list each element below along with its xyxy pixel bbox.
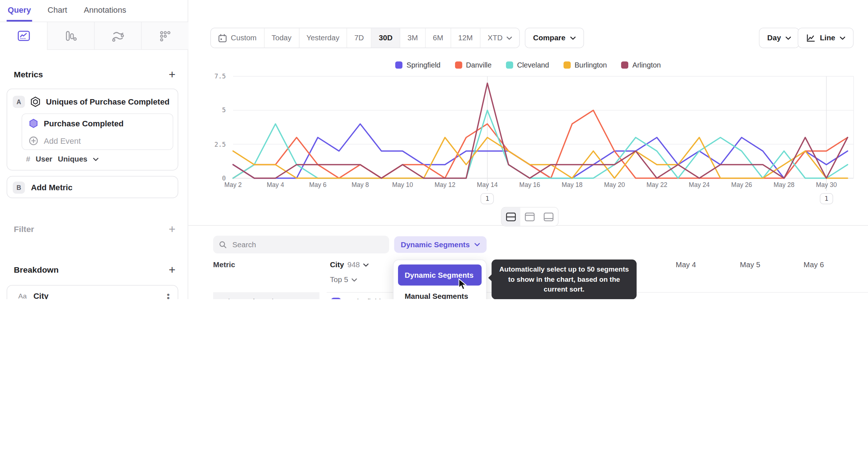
add-filter-button[interactable]: +	[169, 223, 175, 235]
legend-item-danville[interactable]: Danville	[455, 61, 492, 69]
add-metric-plus-button[interactable]: +	[169, 69, 175, 80]
date-range-7d[interactable]: 7D	[347, 28, 372, 48]
legend-item-burlington[interactable]: Burlington	[563, 61, 607, 69]
legend-swatch	[506, 61, 513, 69]
y-tick-label: 5	[205, 106, 226, 114]
kebab-menu-icon[interactable]: •••	[165, 293, 172, 299]
date-range-today[interactable]: Today	[264, 28, 299, 48]
layout-table-button[interactable]	[539, 208, 558, 226]
tab-chart[interactable]: Chart	[46, 0, 68, 21]
date-range-6m[interactable]: 6M	[426, 28, 451, 48]
layout-chart-button[interactable]	[520, 208, 539, 226]
series-arlington	[233, 83, 848, 178]
date-column-header: May 7	[859, 261, 868, 269]
x-tick-label: May 16	[519, 182, 540, 188]
add-breakdown-button[interactable]: +	[169, 264, 175, 276]
add-metric-label: Add Metric	[31, 183, 72, 192]
chart-type-dots-tab[interactable]	[141, 22, 188, 50]
legend-item-arlington[interactable]: Arlington	[621, 61, 661, 69]
legend-label: Arlington	[632, 61, 661, 69]
legend-label: Danville	[466, 61, 491, 69]
split-view-icon	[506, 212, 516, 221]
layout-split-button[interactable]	[502, 208, 520, 226]
x-tick-label: May 12	[434, 182, 455, 188]
legend-item-springfield[interactable]: Springfield	[396, 61, 441, 69]
metric-b-row: B Add Metric	[13, 182, 72, 194]
date-range-yesterday[interactable]: Yesterday	[299, 28, 347, 48]
date-range-12m[interactable]: 12M	[451, 28, 480, 48]
metric-column-header: Metric	[213, 261, 235, 269]
city-column-header[interactable]: City 948	[330, 261, 369, 269]
compare-button[interactable]: Compare	[525, 28, 584, 48]
annotation-badge[interactable]: 1	[820, 193, 833, 204]
metric-hexagon-icon	[30, 96, 41, 107]
date-range-3m[interactable]: 3M	[400, 28, 426, 48]
metric-card-b[interactable]: B Add Metric	[7, 176, 178, 198]
measure-hash: #	[26, 155, 30, 163]
x-tick-label: May 6	[309, 182, 326, 188]
flow-icon	[111, 30, 125, 42]
line-chart-icon	[17, 30, 30, 42]
chevron-down-icon	[474, 243, 480, 246]
x-tick-label: May 14	[477, 182, 498, 188]
segment-mode-button[interactable]: Dynamic Segments	[394, 236, 486, 253]
chart-style-label: Line	[820, 34, 835, 42]
chart-type-bar-tab[interactable]	[47, 22, 94, 50]
y-tick-label: 0	[205, 174, 226, 182]
add-event-row[interactable]: Add Event	[29, 136, 81, 146]
menu-item-dynamic-segments[interactable]: Dynamic Segments	[398, 265, 482, 286]
breakdown-card-city[interactable]: Aa City •••	[7, 285, 178, 299]
x-tick-label: May 26	[731, 182, 752, 188]
y-tick-label: 7.5	[205, 73, 226, 80]
annotation-badge[interactable]: 1	[481, 193, 494, 204]
metrics-header: Metrics +	[14, 69, 175, 80]
metric-a-title: Uniques of Purchase Completed	[46, 97, 170, 106]
granularity-button[interactable]: Day	[759, 28, 799, 48]
segment-checkbox-checked[interactable]	[331, 298, 341, 299]
breakdown-property-name: City	[33, 292, 49, 299]
menu-item-manual-segments[interactable]: Manual Segments	[398, 286, 482, 299]
top5-selector[interactable]: Top 5	[330, 276, 357, 284]
chevron-down-icon	[352, 278, 357, 281]
granularity-label: Day	[767, 34, 781, 42]
legend-swatch	[621, 61, 629, 69]
bottom-bar-view-icon	[544, 212, 553, 221]
mouse-cursor	[458, 278, 469, 291]
top5-label: Top 5	[330, 276, 348, 284]
search-input[interactable]	[231, 240, 384, 249]
date-range-30d[interactable]: 30D	[372, 28, 400, 48]
chart-type-line-tab[interactable]	[0, 22, 47, 50]
x-tick-label: May 22	[646, 182, 667, 188]
segment-mode-menu: Dynamic SegmentsManual Segments	[393, 260, 487, 299]
breakdown-header: Breakdown +	[14, 264, 175, 276]
cell-value: 3	[797, 298, 830, 299]
sidebar-tabs: Query Chart Annotations	[0, 0, 188, 22]
date-column-header: May 6	[794, 261, 833, 269]
tab-query[interactable]: Query	[7, 0, 32, 21]
event-name: Purchase Completed	[44, 119, 123, 128]
measure-user: User	[36, 155, 52, 163]
breakdown-city-row: Aa City	[18, 292, 48, 299]
metric-b-badge: B	[13, 182, 25, 194]
chart-style-button[interactable]: Line	[798, 28, 853, 48]
dots-grid-icon	[158, 30, 172, 42]
date-range-custom[interactable]: Custom	[211, 28, 264, 48]
measure-row[interactable]: # User Uniques	[26, 155, 98, 163]
measure-uniques: Uniques	[58, 155, 87, 163]
metric-row-label: Uniques of Purchase Com...	[213, 292, 320, 299]
x-tick-label: May 4	[267, 182, 284, 188]
segment-mode-label: Dynamic Segments	[401, 240, 470, 249]
metric-a-badge: A	[13, 96, 25, 108]
cell-value: 0	[669, 298, 702, 299]
x-tick-label: May 24	[689, 182, 710, 188]
event-row[interactable]: Purchase Completed	[29, 118, 123, 128]
chart-type-flow-tab[interactable]	[94, 22, 141, 50]
tab-annotations[interactable]: Annotations	[83, 0, 127, 21]
legend-item-cleveland[interactable]: Cleveland	[506, 61, 549, 69]
metric-card-a[interactable]: A Uniques of Purchase Completed Purchase…	[7, 89, 178, 171]
circle-plus-icon	[29, 136, 38, 146]
app: Query Chart Annotations	[0, 0, 868, 299]
chevron-down-icon	[507, 36, 512, 40]
date-range-xtd[interactable]: XTD	[480, 28, 519, 48]
x-tick-label: May 28	[774, 182, 794, 188]
